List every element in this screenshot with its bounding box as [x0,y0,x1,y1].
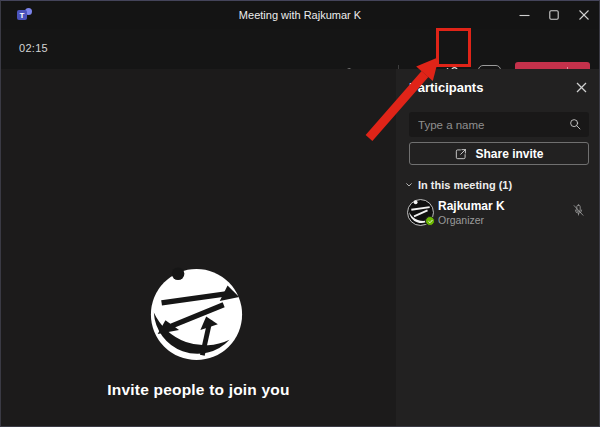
meeting-logo [148,266,245,363]
annotation-highlight-box [436,28,471,67]
presence-available-icon [425,216,435,226]
in-meeting-section-header[interactable]: In this meeting (1) [405,179,512,191]
panel-close-icon[interactable] [571,77,591,97]
maximize-icon[interactable] [539,1,569,29]
meeting-timer: 02:15 [19,42,48,54]
share-invite-icon [454,147,468,161]
participants-panel: Participants Share invite [396,69,599,426]
participant-name: Rajkumar K [438,199,505,213]
share-invite-button[interactable]: Share invite [409,142,589,165]
participant-row[interactable]: Rajkumar K Organizer [396,195,599,233]
meeting-toolbar: 02:15 [1,29,599,69]
close-icon[interactable] [569,1,599,29]
participant-muted-icon [571,203,586,222]
participant-role: Organizer [438,214,484,226]
minimize-icon[interactable] [509,1,539,29]
title-bar: T Meeting with Rajkumar K [1,1,599,29]
teams-meeting-window: T Meeting with Rajkumar K 02:15 [0,0,600,427]
meeting-stage: Invite people to join you [1,69,396,426]
search-input[interactable] [409,112,589,137]
section-chevron-icon [405,181,413,189]
panel-title: Participants [409,80,483,95]
search-box [409,112,589,137]
share-invite-label: Share invite [475,147,543,161]
window-controls [509,1,599,29]
search-icon [568,117,582,135]
invite-message: Invite people to join you [1,381,396,399]
section-header-label: In this meeting (1) [418,179,512,191]
